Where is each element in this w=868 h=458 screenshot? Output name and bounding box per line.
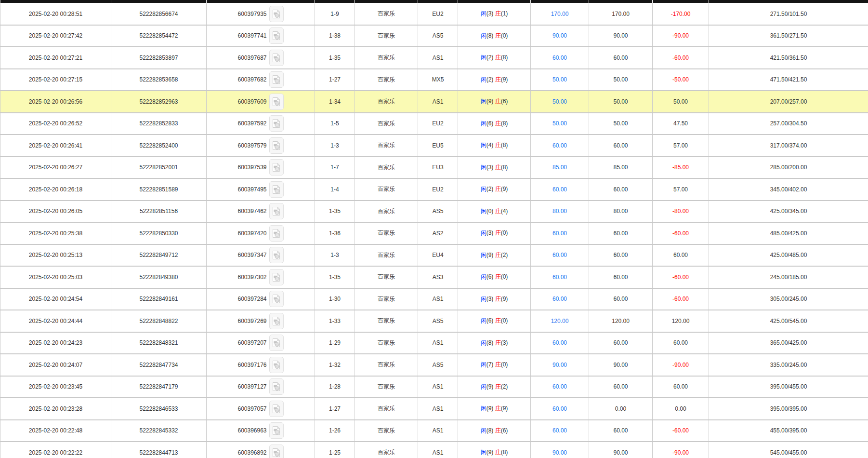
cell-bet-id: 522282850330 (111, 222, 207, 244)
player-label: 闲 (481, 164, 487, 171)
bet-amount-link[interactable]: 90.00 (552, 32, 567, 39)
cell-game-type: 百家乐 (355, 332, 418, 354)
table-row[interactable]: 2025-02-20 00:27:21 522282853897 6003976… (0, 47, 868, 69)
video-replay-button[interactable] (269, 291, 284, 307)
banker-count: 9 (503, 296, 506, 302)
bet-amount-link[interactable]: 50.00 (552, 120, 567, 127)
banker-label: 庄 (495, 54, 501, 61)
bet-amount-link[interactable]: 60.00 (552, 274, 567, 281)
video-replay-button[interactable] (269, 313, 284, 329)
film-icon (272, 9, 280, 19)
bet-amount-link[interactable]: 50.00 (552, 76, 567, 83)
banker-label: 庄 (495, 186, 501, 192)
video-replay-button[interactable] (269, 225, 284, 242)
bet-amount-link[interactable]: 60.00 (552, 296, 567, 302)
cell-game-number: 600397057 (207, 398, 315, 420)
bet-amount-link[interactable]: 60.00 (552, 252, 567, 258)
cell-game-number: 600397935 (207, 3, 315, 25)
cell-win-loss: -90.00 (653, 354, 709, 376)
cell-table-round: 1-35 (315, 47, 355, 69)
cell-valid-amount: 60.00 (589, 288, 653, 310)
cell-valid-amount: 80.00 (589, 201, 653, 223)
bet-amount-link[interactable]: 120.00 (551, 318, 569, 324)
cell-win-loss: -60.00 (653, 266, 709, 288)
player-label: 闲 (481, 361, 487, 368)
video-replay-button[interactable] (269, 181, 284, 198)
cell-balance: 425.00/345.00 (709, 201, 868, 223)
cell-table-code: EU5 (418, 135, 458, 157)
bet-amount-link[interactable]: 60.00 (552, 54, 567, 61)
bet-amount-link[interactable]: 80.00 (552, 208, 567, 215)
bet-amount-link[interactable]: 60.00 (552, 427, 567, 434)
cell-game-number: 600397609 (207, 91, 315, 113)
video-replay-button[interactable] (269, 357, 284, 373)
table-row[interactable]: 2025-02-20 00:28:51 522282856674 6003979… (0, 3, 868, 25)
table-row[interactable]: 2025-02-20 00:26:05 522282851156 6003974… (0, 201, 868, 223)
bet-amount-link[interactable]: 85.00 (552, 164, 567, 171)
video-replay-button[interactable] (269, 203, 284, 219)
table-row[interactable]: 2025-02-20 00:26:18 522282851589 6003974… (0, 178, 868, 201)
table-row[interactable]: 2025-02-20 00:24:07 522282847734 6003971… (0, 354, 868, 376)
table-row[interactable]: 2025-02-20 00:26:27 522282852001 6003975… (0, 157, 868, 179)
video-replay-button[interactable] (269, 115, 284, 132)
film-icon (272, 97, 280, 107)
video-replay-button[interactable] (269, 94, 284, 110)
video-replay-button[interactable] (269, 50, 284, 66)
bet-amount-link[interactable]: 60.00 (552, 383, 567, 390)
table-row[interactable]: 2025-02-20 00:24:54 522282849161 6003972… (0, 288, 868, 310)
game-number-text: 600397302 (237, 274, 266, 281)
table-row[interactable]: 2025-02-20 00:22:48 522282845332 6003969… (0, 420, 868, 442)
player-label: 闲 (481, 10, 487, 17)
cell-table-round: 1-38 (315, 25, 355, 47)
bet-amount-link[interactable]: 170.00 (551, 11, 569, 17)
table-row[interactable]: 2025-02-20 00:26:41 522282852400 6003975… (0, 135, 868, 157)
table-row[interactable]: 2025-02-20 00:24:44 522282848822 6003972… (0, 310, 868, 332)
video-replay-button[interactable] (269, 401, 284, 417)
table-row[interactable]: 2025-02-20 00:23:28 522282846533 6003970… (0, 398, 868, 420)
cell-game-type: 百家乐 (355, 244, 418, 267)
table-row[interactable]: 2025-02-20 00:25:03 522282849380 6003973… (0, 266, 868, 288)
table-row[interactable]: 2025-02-20 00:26:56 522282852963 6003976… (0, 91, 868, 113)
cell-bet-amount: 50.00 (531, 69, 589, 91)
table-row[interactable]: 2025-02-20 00:27:42 522282854472 6003977… (0, 25, 868, 47)
cell-win-loss: -90.00 (653, 25, 709, 47)
video-replay-button[interactable] (269, 159, 284, 175)
video-replay-button[interactable] (269, 6, 284, 22)
cell-table-round: 1-4 (315, 178, 355, 201)
video-replay-button[interactable] (269, 137, 284, 154)
table-row[interactable]: 2025-02-20 00:22:22 522282844713 6003968… (0, 442, 868, 458)
bet-amount-link[interactable]: 90.00 (552, 362, 567, 368)
film-icon (272, 162, 280, 172)
bet-amount-link[interactable]: 50.00 (552, 98, 567, 105)
banker-label: 庄 (495, 449, 501, 456)
cell-game-type: 百家乐 (355, 25, 418, 47)
cell-table-round: 1-9 (315, 3, 355, 25)
table-row[interactable]: 2025-02-20 00:25:13 522282849712 6003973… (0, 244, 868, 267)
cell-game-type: 百家乐 (355, 201, 418, 223)
bet-amount-link[interactable]: 60.00 (552, 405, 567, 412)
bet-amount-link[interactable]: 60.00 (552, 186, 567, 193)
bet-amount-link[interactable]: 60.00 (552, 339, 567, 346)
table-row[interactable]: 2025-02-20 00:26:52 522282852833 6003975… (0, 113, 868, 135)
player-count: 6 (488, 273, 492, 280)
video-replay-button[interactable] (269, 71, 284, 88)
bet-amount-link[interactable]: 60.00 (552, 230, 567, 237)
bet-amount-link[interactable]: 90.00 (552, 449, 567, 456)
cell-bet-time: 2025-02-20 00:25:38 (0, 222, 111, 244)
video-replay-button[interactable] (269, 27, 284, 44)
table-row[interactable]: 2025-02-20 00:23:45 522282847179 6003971… (0, 376, 868, 398)
banker-label: 庄 (495, 10, 501, 17)
video-replay-button[interactable] (269, 269, 284, 285)
video-replay-button[interactable] (269, 335, 284, 351)
table-row[interactable]: 2025-02-20 00:27:15 522282853658 6003976… (0, 69, 868, 91)
video-replay-button[interactable] (269, 445, 284, 458)
table-row[interactable]: 2025-02-20 00:25:38 522282850330 6003974… (0, 222, 868, 244)
video-replay-button[interactable] (269, 247, 284, 263)
cell-win-loss: 57.00 (653, 178, 709, 201)
video-replay-button[interactable] (269, 422, 284, 439)
bet-amount-link[interactable]: 60.00 (552, 142, 567, 149)
game-number-text: 600397682 (237, 76, 266, 83)
table-row[interactable]: 2025-02-20 00:24:23 522282848321 6003972… (0, 332, 868, 354)
film-icon (272, 294, 280, 304)
video-replay-button[interactable] (269, 378, 284, 395)
